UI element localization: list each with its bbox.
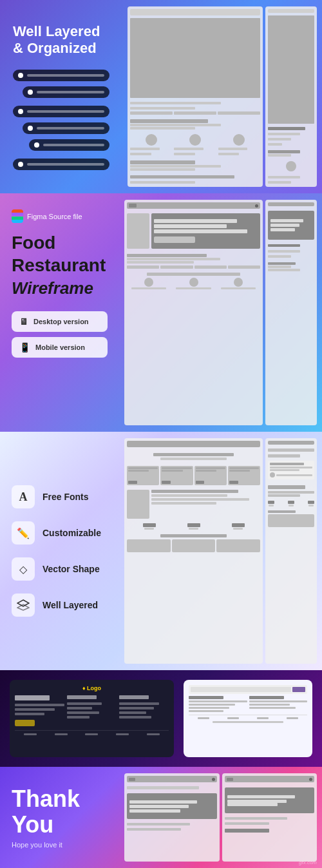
- wf-line: [225, 817, 288, 820]
- wf-blog-img: [127, 539, 171, 552]
- wf-header: [268, 441, 314, 445]
- wf-line: [196, 467, 225, 469]
- wf-line: [176, 287, 211, 289]
- layers-svg: [17, 599, 30, 611]
- wf-line: [268, 454, 300, 458]
- wf-dot: [255, 204, 258, 207]
- s4-nav: [198, 717, 209, 719]
- vector-icon: ◇: [12, 557, 35, 581]
- wf-stat-num: [187, 523, 200, 527]
- wf-reviewer: [270, 472, 312, 477]
- wf-line: [227, 800, 287, 803]
- wf-avatar: [189, 278, 198, 287]
- feature-label-custom: Customizable: [43, 528, 101, 538]
- wf-stats: [268, 501, 314, 506]
- wf-line: [162, 470, 182, 472]
- wf-line: [128, 470, 149, 472]
- wf-line: [268, 127, 305, 130]
- food-title-1: Food: [12, 233, 108, 253]
- wf-stat: [143, 523, 156, 530]
- wireframe-features-main: [124, 438, 263, 664]
- wf-line: [127, 828, 181, 831]
- customize-icon-glyph: ✏️: [17, 527, 30, 539]
- s4-copyright: [189, 721, 307, 723]
- wf-line: [151, 498, 249, 501]
- wf-blog-img: [268, 514, 314, 527]
- svg-marker-1: [17, 604, 29, 610]
- wf-price: [196, 481, 205, 484]
- wf-row: [127, 278, 260, 289]
- dark-line: [119, 716, 151, 719]
- dark-footer-mockup: ♦ Logo: [10, 680, 174, 757]
- wf-stat-label: [233, 528, 243, 530]
- wf-blog: [127, 534, 260, 552]
- wf-menu-row: [127, 466, 260, 485]
- wf-col: [130, 134, 172, 156]
- figma-icon-top: [12, 209, 23, 216]
- mobile-icon: 📱: [19, 342, 30, 352]
- wf-section: [268, 262, 314, 272]
- wf-row: [127, 265, 260, 269]
- feature-vector: ◇ Vector Shape: [12, 557, 108, 581]
- wf-price: [229, 481, 238, 484]
- figma-icon: [12, 209, 23, 224]
- wf-stat-num: [143, 523, 156, 527]
- layer-bar-inner-6: [27, 163, 104, 166]
- wf-line: [130, 153, 151, 155]
- section-dark-footer: ♦ Logo: [0, 670, 322, 767]
- s4-btn: [292, 687, 305, 692]
- section1-wireframes: [122, 0, 322, 193]
- wf-line: [130, 175, 234, 178]
- wf-line: [270, 219, 303, 222]
- section5-left-panel: Thank You Hope you love it: [0, 767, 119, 868]
- wf-review-card: [268, 461, 314, 479]
- wf-price: [128, 481, 137, 484]
- figma-source-label: Figma Source file: [27, 213, 82, 220]
- dark-line: [15, 713, 44, 715]
- wf-row: [130, 111, 260, 115]
- wf-price: [162, 481, 171, 484]
- wf-line: [268, 154, 291, 157]
- wf-line: [189, 707, 229, 709]
- wf-col: [216, 278, 260, 289]
- wf-line: [227, 795, 295, 798]
- wf-line: [268, 269, 300, 271]
- wf-line: [225, 822, 270, 825]
- wf-avatar: [146, 134, 157, 146]
- wf-avatar: [270, 472, 275, 477]
- font-icon-letter: A: [19, 490, 28, 504]
- wf-line: [130, 124, 221, 126]
- wireframe-center-1: [128, 6, 263, 187]
- section-well-layered: Well Layered & Organized: [0, 0, 322, 193]
- wf-stat: [232, 523, 245, 530]
- wf-hero: [225, 787, 315, 813]
- wf-line: [189, 700, 247, 702]
- wf-line: [130, 127, 195, 130]
- dark-col-1: [15, 695, 64, 726]
- well-layered-title: Well Layered & Organized: [13, 23, 109, 57]
- s4-input: [191, 687, 291, 692]
- wf-section-3: [127, 273, 260, 289]
- wf-line: [249, 700, 308, 702]
- wf-section-2: [127, 253, 260, 269]
- section3-wireframes: [119, 432, 322, 670]
- layers-icon: [12, 593, 35, 617]
- wireframe-mobile-1: [265, 6, 317, 187]
- wf-stat: [268, 501, 274, 506]
- wf-cell: [127, 265, 159, 269]
- wireframe-thankyou-1: [124, 773, 220, 862]
- wf-line: [249, 696, 284, 699]
- dark-content: [15, 695, 169, 726]
- wf-hero-text: [151, 213, 260, 249]
- figma-badge: Figma Source file: [12, 209, 108, 224]
- s4-nav: [287, 717, 298, 719]
- s4-footer-nav: [189, 715, 307, 719]
- wf-line: [189, 696, 223, 699]
- wf-img: [127, 490, 149, 519]
- mobile-version-btn[interactable]: 📱 Mobile version: [12, 337, 108, 358]
- desktop-version-btn[interactable]: 🖥 Desktop version: [12, 311, 108, 332]
- wf-avatar: [144, 278, 153, 287]
- wf-line: [270, 228, 295, 231]
- wf-line: [153, 453, 233, 456]
- wf-line: [151, 494, 227, 497]
